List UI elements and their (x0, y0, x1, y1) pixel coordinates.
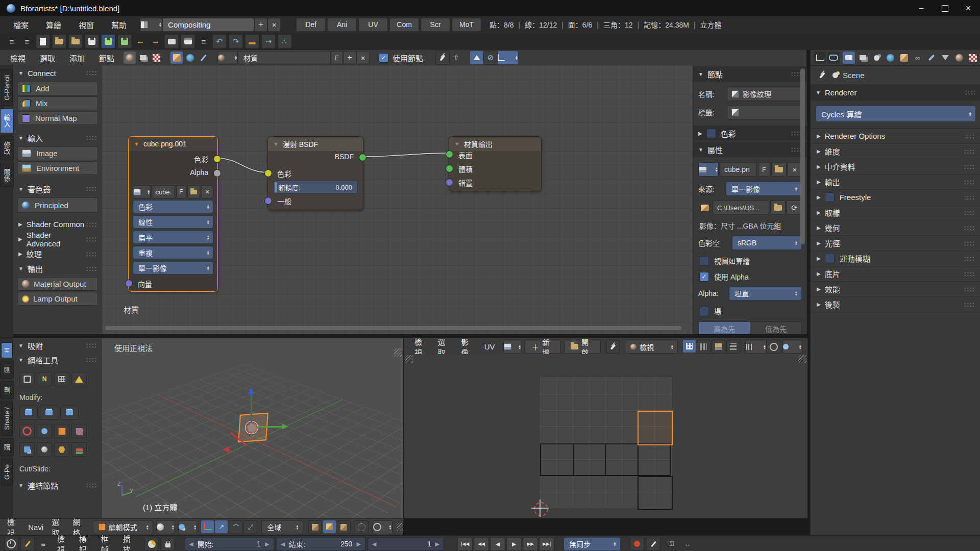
npanel-scrollbar[interactable] (800, 68, 805, 244)
panel-grip-icon[interactable] (964, 180, 975, 185)
tab-render[interactable] (843, 52, 855, 64)
vertex-select-button[interactable] (308, 520, 322, 534)
play-button[interactable]: ▶ (506, 537, 522, 551)
npanel-open-image-button[interactable] (771, 162, 787, 177)
node-menu-node[interactable]: 節點 (97, 53, 116, 63)
image-open-button[interactable] (187, 185, 201, 198)
shelf-tab-gpencil[interactable]: G-Pencil (1, 69, 13, 106)
current-frame-field[interactable]: ◀ 1 ▶ (368, 537, 444, 551)
start-frame-field[interactable]: ◀ 開始: 1 ▶ (184, 537, 274, 551)
collapse-triangle-icon[interactable]: ▼ (134, 141, 139, 147)
sync-arrows-button[interactable]: ↔ (681, 537, 694, 550)
source-dropdown[interactable]: 單一影像▲▼ (726, 182, 802, 196)
checker-deselect-button[interactable] (71, 424, 87, 438)
npanel-fake-user-button[interactable]: F (758, 162, 770, 177)
next-keyframe-button[interactable]: ▶▶ (523, 537, 538, 551)
collapse-triangle-icon[interactable]: ▼ (273, 141, 279, 147)
npanel-unlink-image-button[interactable]: × (788, 162, 802, 177)
vector-input-socket[interactable] (125, 280, 133, 287)
delete-workspace-button[interactable]: × (267, 18, 281, 32)
loop-cut-tool-button[interactable] (19, 424, 35, 438)
panel-grip-icon[interactable] (86, 483, 97, 488)
shelf-item-lamp-output[interactable]: Lamp Output (17, 292, 98, 306)
uv-image-browse-button[interactable]: ▲▼ (503, 340, 522, 354)
world-shader-button[interactable] (184, 52, 196, 64)
shelf-item-add[interactable]: Add (17, 82, 98, 95)
uv-pivot-dropdown[interactable]: ▲▼ (745, 340, 767, 354)
shelf-item-image[interactable]: Image (17, 146, 98, 160)
displacement-input-socket[interactable] (446, 179, 453, 186)
node-canvas[interactable]: ▼ cube.png.001 色彩 Alpha ▲▼ cube. F × 色彩▲… (102, 65, 693, 334)
shelf-tab-relations[interactable]: 關係 (0, 163, 14, 187)
tl-menu-view[interactable]: 檢視 (55, 533, 72, 551)
uv-display-stretch-button[interactable] (697, 340, 710, 354)
image-name-field[interactable]: cube. (152, 185, 175, 198)
open-file-button[interactable] (52, 34, 66, 48)
decrement-arrow-icon[interactable]: ◀ (372, 541, 376, 547)
render-engine-dropdown[interactable]: Cycles 算繪▲▼ (816, 106, 976, 122)
interpolation-dropdown[interactable]: 線性▲▼ (133, 215, 213, 229)
timeline-editor-type-button[interactable] (4, 537, 18, 551)
uv-face[interactable] (606, 443, 639, 476)
panel-header-connect[interactable]: ▼ Connect (13, 65, 102, 81)
shelf-item-material-output[interactable]: Material Output (17, 277, 98, 291)
compositing-tree-type-button[interactable] (137, 52, 149, 64)
end-frame-field[interactable]: ◀ 結束: 250 ▶ (276, 537, 365, 551)
panel-motion-blur[interactable]: ▶運動模糊 (811, 251, 980, 266)
output-node-header[interactable]: ▼ 材質輸出 (449, 137, 541, 151)
panel-grip-icon[interactable] (86, 237, 97, 242)
gizmo-y-arrow[interactable] (258, 426, 282, 428)
panel-grip-icon[interactable] (964, 149, 975, 154)
translate-manipulator-button[interactable]: ↗ (215, 520, 228, 533)
new-material-button[interactable]: + (343, 51, 356, 64)
vp-menu-navi[interactable]: Navi (26, 523, 45, 532)
roughness-slider[interactable]: 粗糙度: 0.000 (273, 181, 358, 194)
decrement-arrow-icon[interactable]: ◀ (281, 541, 285, 547)
pivot-dropdown[interactable]: ▲▼ (178, 520, 197, 534)
link-transfer-button[interactable]: ⇢ (261, 34, 276, 48)
shelf-tab-input[interactable]: 輸入 (0, 109, 14, 133)
panel-header-mesh-tools[interactable]: ▼網格工具 (13, 353, 102, 367)
redo-button[interactable]: ↷ (229, 34, 243, 48)
scale-manipulator-button[interactable]: ⤢ (243, 520, 257, 534)
uv-face[interactable] (574, 443, 606, 476)
node-menu-add[interactable]: 添加 (67, 53, 87, 63)
image-unlink-button[interactable]: × (201, 185, 213, 198)
menu-window[interactable]: 視窗 (77, 19, 96, 30)
uv-display-modified-button[interactable] (712, 340, 725, 354)
properties-filter-button[interactable] (827, 52, 840, 64)
panel-header-snap[interactable]: ▼吸附 (13, 338, 102, 353)
panel-performance[interactable]: ▶效能 (811, 282, 980, 297)
uv-display-grid-button[interactable] (683, 340, 696, 353)
increment-arrow-icon[interactable]: ▶ (356, 541, 360, 547)
uv-editor-canvas[interactable] (403, 354, 807, 518)
panel-light-paths[interactable]: ▶光徑 (811, 236, 980, 251)
lock-range-button[interactable] (161, 537, 175, 551)
tl-menu-marker[interactable]: 標記 (77, 533, 94, 551)
color-output-socket[interactable] (213, 155, 221, 163)
menu-file[interactable]: 檔案 (11, 19, 31, 30)
shelf-item-principled[interactable]: Principled (17, 197, 98, 213)
panel-grip-icon[interactable] (86, 357, 97, 362)
more-tools-button[interactable]: ∴ (278, 34, 292, 48)
jump-to-end-button[interactable]: ▶▶| (539, 537, 554, 551)
area-corner-grip[interactable] (798, 355, 806, 363)
uv-view-dropdown[interactable]: 檢視 ▲▼ (625, 340, 677, 354)
parent-tree-button[interactable]: ⇧ (450, 51, 463, 64)
time-display-button[interactable] (144, 537, 159, 551)
tab-world[interactable] (884, 52, 896, 64)
keying-set-button[interactable] (646, 537, 660, 551)
use-nodes-checkbox[interactable] (379, 53, 388, 63)
area-corner-grip[interactable] (394, 348, 402, 357)
uv-face[interactable] (540, 443, 574, 476)
pin-button[interactable] (435, 51, 450, 65)
vp-tab-options[interactable]: 贈 (0, 438, 14, 456)
tab-object[interactable] (898, 52, 910, 64)
vp-tab-history[interactable]: H (1, 342, 13, 358)
uv-new-image-button[interactable]: ＋新增 (525, 340, 561, 354)
panel-dimensions[interactable]: ▶維度 (811, 144, 980, 159)
vp-tab-create[interactable]: 劃 (0, 381, 14, 399)
linestyle-shader-button[interactable] (197, 52, 209, 64)
panel-grip-icon[interactable] (86, 222, 97, 227)
upper-first-toggle[interactable]: 高為先 (698, 321, 750, 334)
